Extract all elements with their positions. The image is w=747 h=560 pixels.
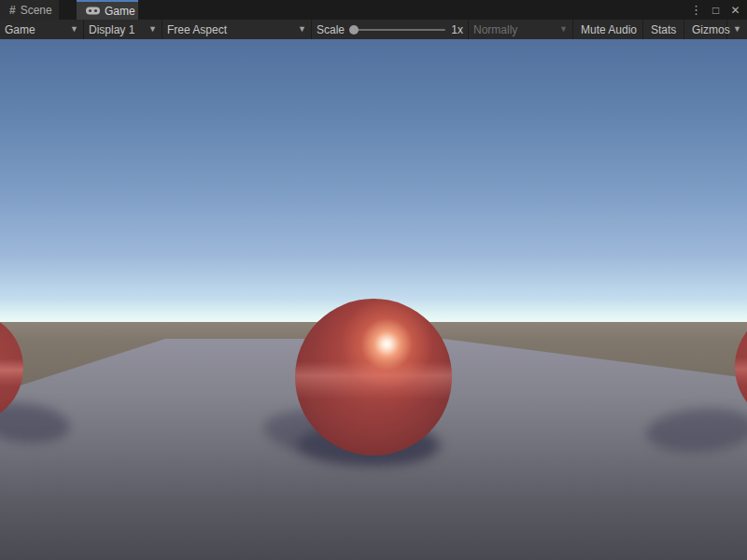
- view-mode-label: Game: [5, 23, 35, 36]
- scale-label: Scale: [317, 23, 345, 36]
- scale-slider[interactable]: [350, 29, 445, 31]
- scale-value: 1x: [451, 23, 463, 36]
- maximize-button[interactable]: □: [708, 2, 724, 18]
- mute-audio-button[interactable]: Mute Audio: [573, 20, 643, 39]
- mute-audio-label: Mute Audio: [581, 23, 637, 36]
- tab-scene[interactable]: # Scene: [0, 0, 59, 20]
- tab-game[interactable]: Game: [77, 0, 138, 20]
- scale-slider-knob[interactable]: [349, 25, 359, 35]
- chevron-down-icon: ▼: [148, 25, 157, 34]
- grid-icon: #: [9, 4, 16, 17]
- stats-label: Stats: [651, 23, 676, 36]
- more-menu-button[interactable]: ⋮: [688, 2, 704, 18]
- game-viewport[interactable]: [0, 39, 747, 560]
- game-view-toolbar: Game ▼ Display 1 ▼ Free Aspect ▼ Scale 1…: [0, 20, 747, 39]
- gizmos-button[interactable]: Gizmos: [684, 20, 727, 39]
- close-button[interactable]: ✕: [727, 2, 743, 18]
- tab-game-label: Game: [105, 5, 135, 18]
- chevron-down-icon: ▼: [298, 25, 306, 34]
- focus-mode-dropdown[interactable]: Normally ▼: [469, 20, 573, 39]
- aspect-ratio-label: Free Aspect: [167, 23, 227, 36]
- chevron-down-icon: ▼: [70, 25, 78, 34]
- scale-control: Scale 1x: [312, 20, 469, 39]
- gizmos-label: Gizmos: [692, 23, 730, 36]
- stats-button[interactable]: Stats: [643, 20, 684, 39]
- gamepad-icon: [86, 7, 100, 15]
- aspect-ratio-dropdown[interactable]: Free Aspect ▼: [162, 20, 312, 39]
- window-controls: ⋮ □ ✕: [688, 0, 747, 20]
- view-mode-dropdown[interactable]: Game ▼: [0, 20, 84, 39]
- tab-bar: # Scene Game ⋮ □ ✕: [0, 0, 747, 20]
- display-label: Display 1: [89, 23, 134, 36]
- chevron-down-icon: ▼: [559, 25, 568, 34]
- tab-scene-label: Scene: [21, 4, 52, 17]
- unity-game-window: # Scene Game ⋮ □ ✕ Game ▼ Display 1: [0, 0, 747, 560]
- gizmos-dropdown-button[interactable]: ▼: [727, 20, 747, 39]
- focus-mode-label: Normally: [473, 23, 517, 36]
- chevron-down-icon: ▼: [733, 25, 741, 34]
- display-dropdown[interactable]: Display 1 ▼: [84, 20, 162, 39]
- red-sphere-center: [295, 299, 452, 455]
